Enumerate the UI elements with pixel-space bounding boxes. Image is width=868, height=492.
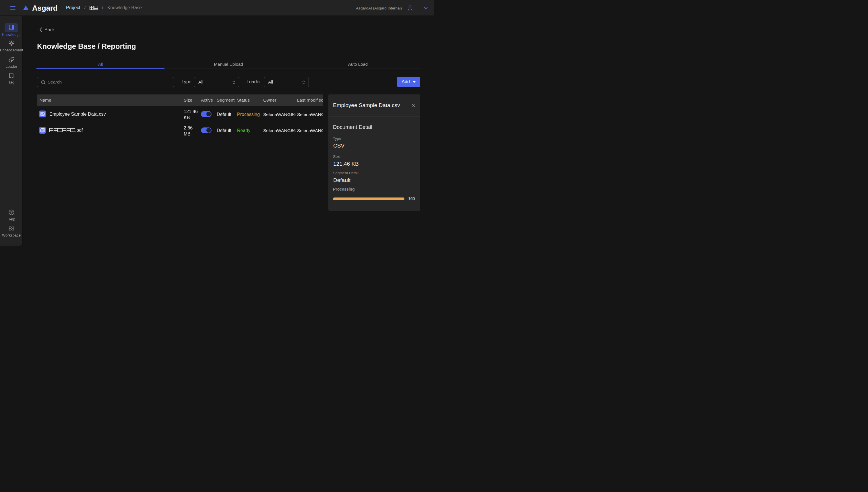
svg-text:CSV: CSV (41, 114, 44, 115)
svg-text:PDF: PDF (42, 129, 44, 131)
